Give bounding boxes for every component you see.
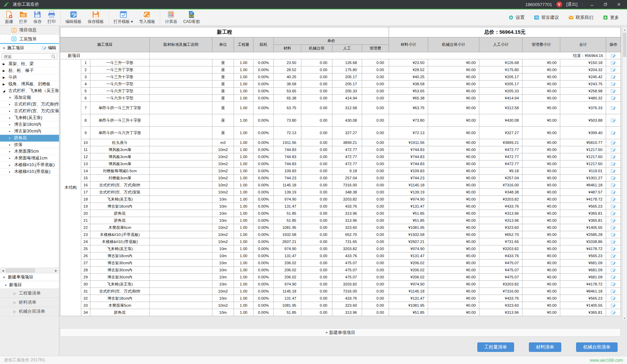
scroll-right-button[interactable]: ▶	[53, 268, 59, 273]
open-button[interactable]: 打开	[16, 10, 30, 25]
project-item-new[interactable]: ● 新项目	[0, 281, 59, 289]
settings-button[interactable]: 设置	[508, 14, 525, 21]
row-edit-button[interactable]	[606, 114, 621, 127]
expand-icon[interactable]: ▶	[3, 83, 6, 86]
v-scroll-thumb[interactable]	[623, 33, 626, 57]
material-list-button[interactable]: 材料清单	[529, 342, 561, 352]
row-edit-button[interactable]	[606, 260, 621, 267]
search-input[interactable]	[2, 53, 57, 60]
row-edit-button[interactable]	[606, 153, 621, 160]
scroll-down-button[interactable]: ▼	[623, 316, 627, 321]
row-edit-button[interactable]	[606, 231, 621, 238]
row-edit-button[interactable]	[606, 127, 621, 139]
print-button[interactable]: 打印	[44, 10, 59, 25]
tree-child-item[interactable]: ●挂落	[0, 142, 59, 148]
more-button[interactable]: 更多	[603, 14, 619, 21]
row-edit-button[interactable]	[606, 238, 621, 245]
row-edit-button[interactable]	[606, 245, 621, 252]
website-link[interactable]: www.aec188.com	[590, 358, 623, 363]
add-single-project-row[interactable]: + 新建单项项目	[60, 328, 621, 337]
tree-child-item[interactable]: ●博古架18cm内	[0, 121, 59, 128]
h-scrollbar[interactable]: ◀ ▶	[0, 268, 59, 273]
row-edit-button[interactable]	[606, 59, 621, 66]
scroll-up-button[interactable]: ▲	[623, 27, 627, 32]
row-edit-button[interactable]	[606, 309, 621, 316]
row-edit-button[interactable]	[606, 81, 621, 88]
row-edit-button[interactable]	[606, 217, 621, 224]
save-button[interactable]: 保存	[30, 10, 44, 25]
tree-child-item[interactable]: ●木楼梯#10;(带底板)	[0, 169, 59, 175]
row-edit-button[interactable]	[606, 274, 621, 281]
collapse-icon[interactable]: ◢	[3, 89, 6, 93]
expand-icon[interactable]: ▶	[3, 69, 6, 72]
tree-child-item[interactable]: ●跻角花	[0, 135, 59, 142]
row-edit-button[interactable]	[606, 288, 621, 295]
tree-child-item[interactable]: ●木凳面每增减1cm	[0, 155, 59, 162]
tree-item[interactable]: ◢古式栏杆、飞来椅（吴王靠）、挂	[0, 88, 59, 94]
feedback-button[interactable]: 留言建议	[534, 14, 559, 21]
restore-button[interactable]	[601, 1, 610, 8]
row-edit-button[interactable]	[606, 139, 621, 146]
row-edit-button[interactable]	[606, 196, 621, 203]
plus-icon[interactable]: +	[3, 46, 5, 51]
import-template-button[interactable]: 导入模板	[136, 10, 158, 25]
row-edit-button[interactable]	[606, 203, 621, 210]
row-edit-button[interactable]	[606, 88, 621, 95]
subnav-item[interactable]: ▷材料清单	[0, 298, 59, 307]
tree-child-item[interactable]: ●古式栏杆(宫、万式)制作	[0, 101, 59, 108]
v-scrollbar[interactable]: ▲ ▼	[622, 27, 627, 321]
edit-button[interactable]: 编辑	[42, 45, 56, 51]
row-edit-button[interactable]	[606, 295, 621, 302]
row-edit-button[interactable]	[606, 267, 621, 274]
close-button[interactable]	[614, 1, 624, 8]
row-edit-button[interactable]	[606, 102, 621, 114]
settlement-value[interactable]: 结算：¥56964.15	[150, 52, 606, 59]
row-edit-button[interactable]	[606, 302, 621, 309]
row-edit-button[interactable]	[606, 224, 621, 231]
row-edit-button[interactable]	[606, 281, 621, 288]
new-single-project-button[interactable]: + 新建单项项目	[0, 273, 59, 281]
row-edit-button[interactable]	[606, 146, 621, 153]
quantity-list-button[interactable]: 工程量清单	[477, 342, 514, 352]
edit-template-button[interactable]: 编辑模板	[62, 10, 85, 25]
subnav-item[interactable]: ▷工程量清单	[0, 289, 59, 298]
calculator-button[interactable]: 计算器	[162, 10, 180, 25]
row-edit-button[interactable]	[606, 168, 621, 175]
row-edit-button[interactable]	[606, 189, 621, 196]
row-edit-button[interactable]	[606, 182, 621, 189]
minimize-button[interactable]	[587, 1, 597, 8]
row-edit-button[interactable]	[606, 160, 621, 168]
open-template-button[interactable]: 打开模板 ▾	[111, 10, 136, 25]
row-edit-button[interactable]	[606, 175, 621, 182]
new-button[interactable]: 新建	[2, 10, 16, 25]
project-row-name[interactable]: 新项目	[60, 52, 150, 59]
expand-icon[interactable]: ▶	[3, 62, 6, 66]
tree-child-item[interactable]: ●木楼梯#10;(不带底板)	[0, 162, 59, 169]
tree-child-item[interactable]: ●飞来椅(吴王靠)	[0, 115, 59, 121]
tree-child-item[interactable]: ●博古架30cm内	[0, 128, 59, 135]
row-edit-button[interactable]	[606, 66, 621, 73]
subnav-item[interactable]: ▷机械台班清单	[0, 307, 59, 316]
row-edit-button[interactable]	[606, 95, 621, 102]
row-edit-button[interactable]	[606, 210, 621, 217]
sidebar-tab-project-info[interactable]: 项目信息	[0, 26, 59, 35]
tree-child-item[interactable]: ●古式栏杆(宫、万式)安装	[0, 108, 59, 115]
save-template-button[interactable]: 保存模板	[85, 10, 107, 25]
scroll-left-button[interactable]: ◀	[0, 268, 6, 273]
tree-add-item[interactable]: +添加定额	[0, 94, 59, 101]
sidebar-tab-budget[interactable]: ¥ 工装预算	[0, 35, 59, 44]
tree-item[interactable]: ▶屋架、柱、梁	[0, 61, 59, 67]
tree-item[interactable]: ▶戗角、博风板、封檐板	[0, 81, 59, 88]
tree-item[interactable]: ▶枋、桁、椽子	[0, 67, 59, 74]
cad-viewer-button[interactable]: DWG CAD看图	[180, 10, 203, 25]
tree-item[interactable]: ▶斗拱	[0, 74, 59, 81]
contact-button[interactable]: 联系我们	[568, 14, 593, 21]
row-edit-button[interactable]	[606, 73, 621, 81]
logout-button[interactable]: [退出]	[566, 1, 577, 7]
tree-child-item[interactable]: ●木凳面厚5cm	[0, 148, 59, 155]
row-edit-button[interactable]	[606, 252, 621, 260]
expand-icon[interactable]: ▶	[3, 76, 6, 79]
row-edit-button[interactable]	[606, 52, 621, 59]
machine-list-button[interactable]: 机械台班清单	[576, 342, 618, 352]
avatar[interactable]: V	[556, 1, 562, 7]
